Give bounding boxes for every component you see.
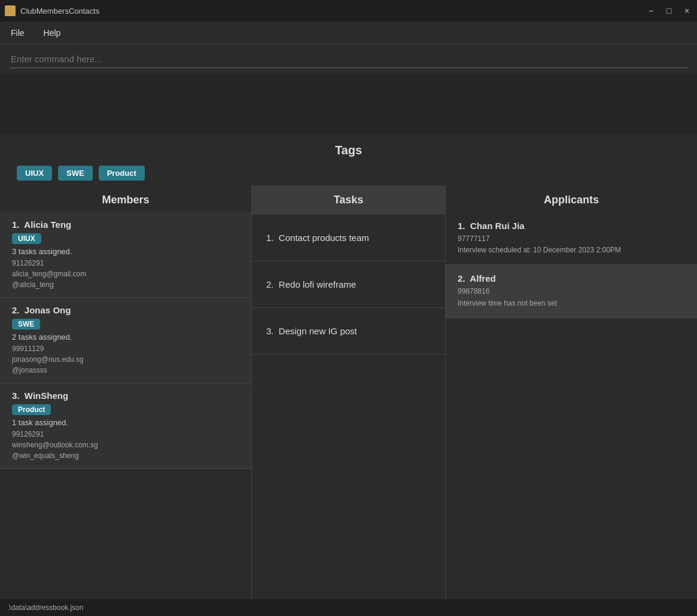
window-title: ClubMembersContacts [20, 7, 646, 16]
window-controls: − □ × [646, 5, 692, 16]
command-bar [0, 44, 697, 74]
tag-product[interactable]: Product [99, 166, 145, 181]
member-tasks-3: 1 task assigned. [12, 418, 239, 427]
maximize-button[interactable]: □ [663, 5, 674, 16]
applicant-info-1: 97777117 Interview scheduled at: 10 Dece… [458, 233, 685, 256]
applicant-name-2: 2. Alfred [458, 273, 685, 283]
tag-uiux[interactable]: UIUX [17, 166, 52, 181]
applicant-card-1[interactable]: 1. Chan Rui Jia 97777117 Interview sched… [446, 212, 697, 265]
member-name-1: 1. Alicia Teng [12, 219, 239, 230]
member-card-3[interactable]: 3. WinSheng Product 1 task assigned. 991… [0, 383, 251, 469]
tasks-header: Tasks [252, 185, 445, 215]
members-header: Members [0, 185, 251, 212]
minimize-button[interactable]: − [646, 5, 656, 16]
member-name-3: 3. WinSheng [12, 391, 239, 401]
menu-bar: File Help [0, 22, 697, 44]
member-info-3: 99126291 winsheng@outlook.com.sg @win_eq… [12, 429, 239, 461]
status-bar: .\data\addressbook.json [0, 599, 697, 616]
menu-help[interactable]: Help [40, 26, 65, 40]
applicant-name-1: 1. Chan Rui Jia [458, 221, 685, 231]
close-button[interactable]: × [681, 5, 692, 16]
status-path: .\data\addressbook.json [7, 603, 83, 612]
member-card-1[interactable]: 1. Alicia Teng UIUX 3 tasks assigned. 91… [0, 212, 251, 298]
main-content: Members 1. Alicia Teng UIUX 3 tasks assi… [0, 185, 697, 599]
task-item-1[interactable]: 1. Contact products team [252, 215, 445, 261]
member-tasks-2: 2 tasks assigned. [12, 333, 239, 341]
output-area [0, 74, 697, 134]
menu-file[interactable]: File [7, 26, 28, 40]
members-column: Members 1. Alicia Teng UIUX 3 tasks assi… [0, 185, 251, 599]
member-info-2: 99911129 jonasong@nus.edu.sg @jonassss [12, 343, 239, 376]
applicant-info-2: 99878816 Interview time has not been set [458, 286, 685, 309]
task-item-2[interactable]: 2. Redo lofi wireframe [252, 261, 445, 308]
applicants-column: Applicants 1. Chan Rui Jia 97777117 Inte… [446, 185, 697, 599]
task-item-3[interactable]: 3. Design new IG post [252, 308, 445, 355]
tags-title: Tags [14, 144, 683, 157]
title-bar: ClubMembersContacts − □ × [0, 0, 697, 22]
tag-swe[interactable]: SWE [58, 166, 93, 181]
tags-section: Tags UIUX SWE Product [0, 134, 697, 185]
member-name-2: 2. Jonas Ong [12, 305, 239, 315]
member-tag-2: SWE [12, 319, 40, 330]
tasks-column: Tasks 1. Contact products team 2. Redo l… [251, 185, 446, 599]
member-tag-3: Product [12, 404, 51, 415]
tags-row: UIUX SWE Product [14, 166, 683, 181]
applicants-header: Applicants [446, 185, 697, 212]
member-tag-1: UIUX [12, 233, 41, 244]
applicant-card-2[interactable]: 2. Alfred 99878816 Interview time has no… [446, 265, 697, 318]
member-tasks-1: 3 tasks assigned. [12, 247, 239, 256]
app-icon [5, 5, 16, 16]
member-card-2[interactable]: 2. Jonas Ong SWE 2 tasks assigned. 99911… [0, 298, 251, 383]
member-info-1: 91126291 alicia_teng@gmail.com @alicia_t… [12, 258, 239, 290]
command-input[interactable] [10, 50, 687, 68]
